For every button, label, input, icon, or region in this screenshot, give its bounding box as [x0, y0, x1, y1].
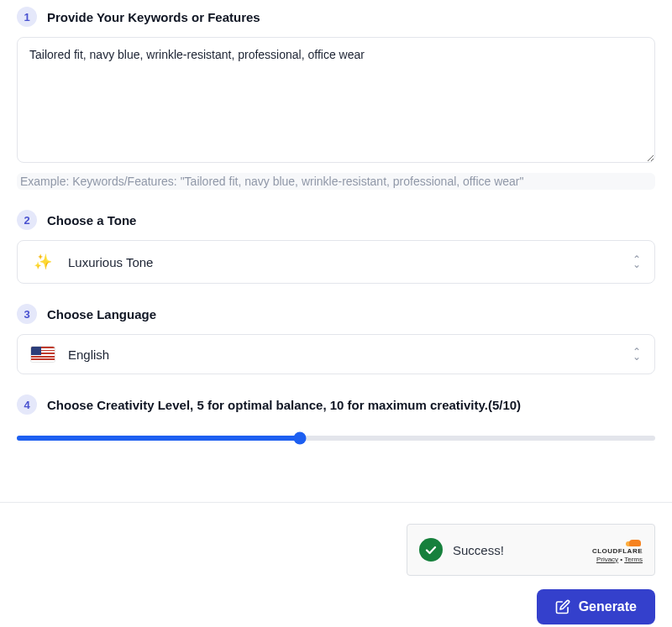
step-language: 3 Choose Language English ⌃⌄ — [17, 304, 655, 374]
flag-us-icon — [31, 347, 55, 362]
slider-handle[interactable] — [293, 432, 306, 445]
language-select[interactable]: English ⌃⌄ — [17, 334, 655, 374]
tone-selected-label: Luxurious Tone — [68, 255, 619, 269]
captcha-links: Privacy • Terms — [592, 556, 643, 563]
keywords-textarea[interactable] — [17, 37, 655, 163]
edit-icon — [555, 599, 570, 614]
creativity-slider[interactable] — [17, 430, 655, 447]
slider-fill — [17, 436, 300, 441]
cloudflare-icon — [626, 537, 643, 547]
generate-button[interactable]: Generate — [537, 589, 655, 624]
generate-button-label: Generate — [579, 599, 637, 614]
example-hint: Example: Keywords/Features: "Tailored fi… — [17, 173, 655, 190]
step-2-title: Choose a Tone — [47, 213, 136, 227]
step-keywords: 1 Provide Your Keywords or Features Exam… — [17, 7, 655, 190]
step-1-title: Provide Your Keywords or Features — [47, 10, 260, 24]
step-number-4: 4 — [17, 394, 37, 415]
step-number-2: 2 — [17, 210, 37, 230]
step-number-1: 1 — [17, 7, 37, 27]
step-4-header: 4 Choose Creativity Level, 5 for optimal… — [17, 394, 655, 415]
captcha-widget: Success! CLOUDFLARE Privacy • Terms — [407, 524, 655, 576]
step-3-header: 3 Choose Language — [17, 304, 655, 324]
slider-track — [17, 436, 655, 441]
language-selected-label: English — [68, 347, 619, 362]
step-creativity: 4 Choose Creativity Level, 5 for optimal… — [17, 394, 655, 447]
chevron-updown-icon: ⌃⌄ — [633, 349, 641, 359]
captcha-brand-name: CLOUDFLARE — [592, 547, 643, 555]
section-divider — [0, 502, 672, 503]
chevron-updown-icon: ⌃⌄ — [633, 257, 641, 267]
tone-select[interactable]: ✨ Luxurious Tone ⌃⌄ — [17, 240, 655, 284]
sparkle-icon: ✨ — [31, 253, 55, 271]
captcha-brand: CLOUDFLARE Privacy • Terms — [592, 537, 643, 563]
check-circle-icon — [419, 538, 443, 562]
step-1-header: 1 Provide Your Keywords or Features — [17, 7, 655, 27]
step-2-header: 2 Choose a Tone — [17, 210, 655, 230]
captcha-privacy-link[interactable]: Privacy — [596, 556, 618, 563]
step-tone: 2 Choose a Tone ✨ Luxurious Tone ⌃⌄ — [17, 210, 655, 284]
step-3-title: Choose Language — [47, 307, 156, 321]
step-4-title: Choose Creativity Level, 5 for optimal b… — [47, 398, 521, 412]
captcha-status: Success! — [453, 543, 582, 557]
captcha-terms-link[interactable]: Terms — [624, 556, 643, 563]
step-number-3: 3 — [17, 304, 37, 324]
